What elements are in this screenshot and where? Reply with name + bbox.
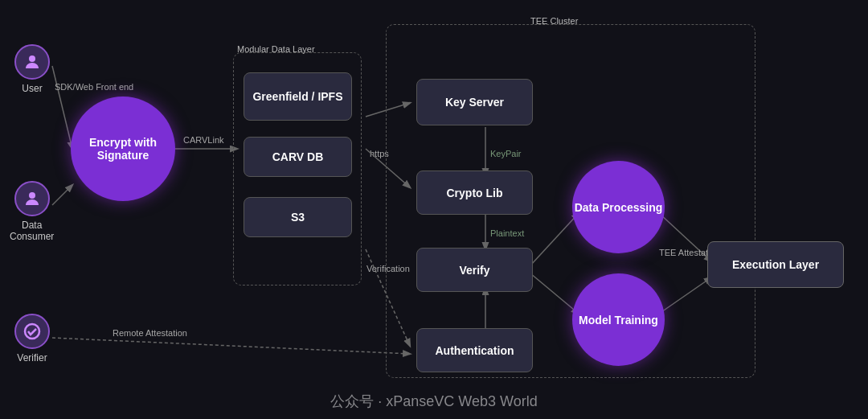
data-processing-node: Data Processing	[572, 161, 665, 253]
svg-line-2	[52, 185, 72, 205]
tee-cluster-label: TEE Cluster	[530, 16, 578, 26]
svg-line-20	[52, 338, 410, 354]
modular-data-layer-label: Modular Data Layer	[237, 44, 315, 54]
user-node: User	[14, 44, 50, 94]
execution-layer-node: Execution Layer	[707, 241, 844, 288]
svg-text:SDK/Web Front end: SDK/Web Front end	[55, 82, 133, 92]
execution-layer-label: Execution Layer	[732, 258, 819, 271]
svg-line-0	[52, 66, 72, 149]
consumer-icon-circle	[14, 181, 50, 216]
authentication-label: Authentication	[436, 344, 514, 357]
carv-db-label: CARV DB	[272, 150, 324, 163]
greenfield-node: Greenfield / IPFS	[244, 72, 352, 121]
consumer-label: DataConsumer	[10, 220, 54, 242]
model-training-label: Model Training	[579, 314, 658, 327]
svg-text:CARVLink: CARVLink	[183, 135, 224, 145]
verifier-label: Verifier	[17, 352, 47, 364]
verifier-node: Verifier	[14, 314, 50, 364]
crypto-lib-node: Crypto Lib	[416, 170, 533, 215]
svg-text:Remote Attestation: Remote Attestation	[113, 328, 187, 338]
svg-point-23	[29, 192, 35, 199]
verify-label: Verify	[459, 264, 489, 277]
verify-node: Verify	[416, 248, 533, 292]
svg-point-22	[29, 55, 35, 62]
greenfield-label: Greenfield / IPFS	[252, 90, 342, 103]
key-server-node: Key Server	[416, 79, 533, 125]
svg-point-24	[25, 324, 39, 339]
s3-node: S3	[244, 197, 352, 237]
encrypt-node: Encrypt with Signature	[71, 97, 175, 201]
user-icon-circle	[14, 44, 50, 80]
data-processing-label: Data Processing	[575, 201, 663, 214]
user-label: User	[22, 83, 42, 94]
crypto-lib-label: Crypto Lib	[447, 187, 503, 199]
watermark: 公众号 · xPanseVC Web3 World	[330, 392, 537, 411]
key-server-label: Key Server	[445, 96, 504, 109]
s3-label: S3	[291, 211, 305, 224]
model-training-node: Model Training	[572, 273, 665, 366]
diagram-container: SDK/Web Front end CARVLink https KeyPair…	[0, 0, 868, 419]
carv-db-node: CARV DB	[244, 137, 352, 177]
data-consumer-node: DataConsumer	[10, 181, 54, 242]
encrypt-label: Encrypt with Signature	[71, 136, 175, 162]
authentication-node: Authentication	[416, 328, 533, 372]
verifier-icon-circle	[14, 314, 50, 349]
